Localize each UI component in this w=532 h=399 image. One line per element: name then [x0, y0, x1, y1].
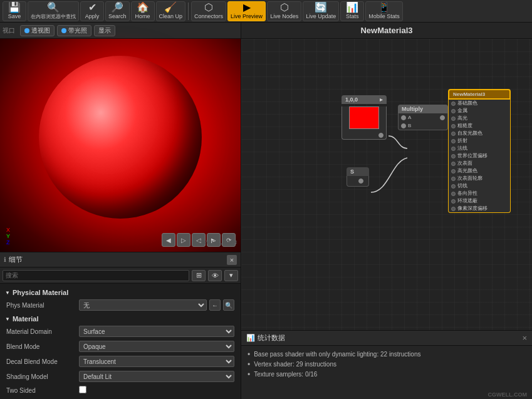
- phys-material-label: Phys Material: [6, 302, 75, 309]
- node-s[interactable]: S: [347, 167, 369, 187]
- search-icon: 🔎: [111, 3, 123, 13]
- axis-indicator: X Y Z: [6, 227, 10, 246]
- node-const-body: [342, 106, 387, 140]
- mat-pin-normal: 法线: [449, 145, 510, 152]
- stat-text-2: Texture samplers: 0/16: [254, 371, 317, 378]
- multiply-header: Multiply: [398, 105, 448, 113]
- mat-pin-ao: 环境遮蔽: [449, 197, 510, 205]
- save-icon: 💾: [8, 3, 21, 13]
- multiply-pin-b: B: [399, 122, 447, 130]
- mat-pin-base-color: 基础颜色: [449, 100, 510, 107]
- live-preview-icon: ▶: [243, 3, 251, 13]
- decal-blend-mode-row: Decal Blend Mode Translucent: [4, 354, 237, 369]
- physical-material-section-header[interactable]: ▼ Physical Material: [4, 286, 237, 298]
- material-node-body: 基础颜色 金属 高光 粗糙度 自发光颜色 折射 法线 世界位置偏移 次表面 高光…: [448, 100, 511, 213]
- mat-pin-rough: 粗糙度: [449, 122, 510, 130]
- live-update-icon: 🔄: [315, 3, 327, 13]
- viewport-canvas[interactable]: X Y Z ◀ ▷ ◁ ▶ ⟳ CGWELL.COM: [0, 39, 241, 252]
- two-sided-label: Two Sided: [6, 387, 75, 394]
- details-header: ℹ 细节 ×: [0, 252, 241, 267]
- toolbar-cleanup-btn[interactable]: 🧹 Clean Up: [156, 1, 186, 21]
- stat-bullet-0: •: [248, 351, 250, 358]
- mat-pin-aniso: 各向异性: [449, 190, 510, 197]
- section-triangle-material: ▼: [5, 316, 10, 322]
- node-const[interactable]: 1,0,0 ▸: [342, 95, 387, 140]
- mat-pin-world-offset: 世界位置偏移: [449, 152, 510, 160]
- phys-material-control: 无 ← 🔍: [79, 299, 234, 311]
- viewport: 视口 透视图 带光照 显示 X Y Z: [0, 23, 241, 252]
- two-sided-checkbox[interactable]: [79, 386, 86, 393]
- multiply-pin-a: A: [399, 113, 447, 122]
- material-domain-select[interactable]: Surface: [79, 326, 234, 337]
- shading-model-select[interactable]: Default Lit: [79, 371, 234, 382]
- left-panel: 视口 透视图 带光照 显示 X Y Z: [0, 23, 241, 399]
- viewport-display-btn[interactable]: 显示: [94, 25, 115, 36]
- multiply-body: A B: [398, 113, 448, 130]
- watermark: CGWELL.COM: [198, 239, 237, 246]
- toolbar-live-update-btn[interactable]: 🔄 Live Update: [303, 1, 339, 21]
- mat-pin-metal: 金属: [449, 107, 510, 115]
- stats-watermark: CGWELL.COM: [241, 390, 532, 399]
- details-close-btn[interactable]: ×: [227, 255, 237, 265]
- viewport-label: 视口: [3, 26, 15, 35]
- lit-dot: [61, 28, 66, 33]
- mobile-stats-icon: 📱: [378, 3, 390, 13]
- stats-close-btn[interactable]: ×: [522, 333, 527, 343]
- material-domain-label: Material Domain: [6, 328, 75, 335]
- toolbar-live-nodes-btn[interactable]: ⬡ Live Nodes: [267, 1, 301, 21]
- stats-content: • Base pass shader with only dynamic lig…: [241, 346, 532, 390]
- decal-blend-select[interactable]: Translucent: [79, 356, 234, 367]
- node-const-header: 1,0,0 ▸: [342, 95, 387, 104]
- stat-text-1: Vertex shader: 29 instructions: [254, 361, 336, 368]
- blend-mode-row: Blend Mode Opaque: [4, 339, 237, 354]
- stat-item-2: • Texture samplers: 0/16: [248, 370, 526, 380]
- toolbar-save-btn[interactable]: 💾 Save: [3, 1, 26, 21]
- shading-model-row: Shading Model Default Lit: [4, 369, 237, 384]
- toolbar-apply-btn[interactable]: ✔ Apply: [80, 1, 104, 21]
- phys-material-row: Phys Material 无 ← 🔍: [4, 298, 237, 313]
- decal-blend-label: Decal Blend Mode: [6, 358, 75, 365]
- right-panel: NewMaterial3 1,0,0 ▸: [241, 23, 532, 399]
- node-material[interactable]: NewMaterial3 基础颜色 金属 高光 粗糙度 自发光颜色 折射 法线 …: [448, 89, 511, 213]
- toolbar-connectors-btn[interactable]: ⬡ Connectors: [191, 1, 226, 21]
- material-section-header[interactable]: ▼ Material: [4, 313, 237, 324]
- toolbar-live-preview-btn[interactable]: ▶ Live Preview: [227, 1, 266, 21]
- stats-title: 📊 统计数据: [246, 333, 285, 343]
- const-color-swatch: [349, 106, 379, 129]
- phys-material-search-btn[interactable]: 🔍: [223, 299, 234, 311]
- browser-icon: 🔍: [47, 3, 60, 13]
- toolbar-mobile-stats-btn[interactable]: 📱 Mobile Stats: [365, 1, 403, 21]
- material-domain-row: Material Domain Surface: [4, 324, 237, 339]
- toolbar-search-btn[interactable]: 🔎 Search: [105, 1, 130, 21]
- stat-text-0: Base pass shader with only dynamic light…: [254, 351, 420, 358]
- node-editor-header: NewMaterial3: [241, 23, 532, 39]
- node-editor-title: NewMaterial3: [360, 26, 412, 35]
- phys-material-arrow-btn[interactable]: ←: [209, 299, 221, 311]
- node-canvas[interactable]: 1,0,0 ▸ Multiply: [241, 39, 532, 330]
- viewport-perspective-btn[interactable]: 透视图: [20, 25, 55, 36]
- mat-pin-tangent: 切线: [449, 182, 510, 190]
- nav-btn-2[interactable]: ▷: [177, 233, 190, 247]
- phys-material-select[interactable]: 无: [79, 299, 207, 311]
- mat-pin-subsurface: 次表面: [449, 160, 510, 167]
- shading-model-label: Shading Model: [6, 373, 75, 380]
- details-title: 细节: [9, 255, 23, 264]
- toolbar-separator: [188, 3, 189, 20]
- multiply-a-dot: [401, 115, 406, 120]
- details-eye-btn[interactable]: 👁: [208, 270, 222, 281]
- mat-pin-spec-color: 高光颜色: [449, 167, 510, 175]
- nav-btn-1[interactable]: ◀: [162, 233, 175, 247]
- multiply-out-dot: [440, 115, 445, 120]
- blend-mode-select[interactable]: Opaque: [79, 341, 234, 352]
- toolbar-stats-btn[interactable]: 📊 Stats: [340, 1, 364, 21]
- details-search-input[interactable]: [3, 270, 189, 281]
- toolbar-browser-btn[interactable]: 🔍 在内容浏览器中查找: [28, 1, 79, 21]
- home-icon: 🏠: [137, 3, 149, 13]
- toolbar-home-btn[interactable]: 🏠 Home: [131, 1, 155, 21]
- node-multiply[interactable]: Multiply A B: [398, 105, 448, 130]
- main-toolbar: 💾 Save 🔍 在内容浏览器中查找 ✔ Apply 🔎 Search 🏠 Ho…: [0, 0, 532, 23]
- viewport-lit-btn[interactable]: 带光照: [57, 25, 91, 36]
- details-dropdown-btn[interactable]: ▾: [224, 270, 238, 281]
- stats-icon: 📊: [246, 334, 255, 342]
- details-grid-view-btn[interactable]: ⊞: [192, 270, 206, 281]
